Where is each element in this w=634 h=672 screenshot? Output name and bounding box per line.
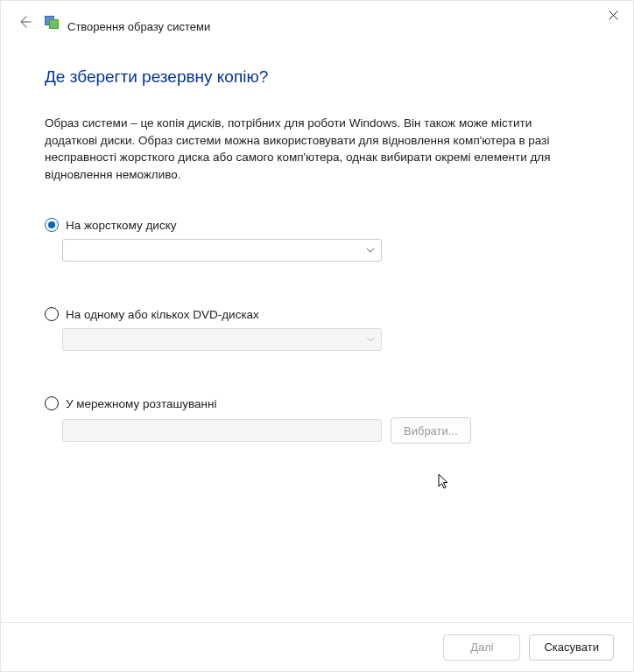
page-description: Образ системи – це копія дисків, потрібн… — [45, 115, 588, 183]
network-path-input — [62, 419, 382, 442]
radio-dvd[interactable] — [45, 307, 59, 321]
hard-disk-select[interactable] — [62, 239, 382, 262]
option-hard-disk: На жорсткому диску — [45, 218, 589, 265]
next-button: Далі — [443, 634, 520, 661]
option-dvd: На одному або кількох DVD-дисках — [45, 307, 589, 354]
option-network: У мережному розташуванні Вибрати... — [45, 396, 589, 444]
radio-hard-disk[interactable] — [45, 218, 59, 232]
window-title: Створення образу системи — [67, 20, 210, 33]
titlebar: Створення образу системи — [1, 1, 633, 43]
browse-button: Вибрати... — [391, 417, 471, 444]
content-area: Де зберегти резервну копію? Образ систем… — [1, 43, 633, 444]
system-image-icon — [45, 14, 60, 30]
radio-network-label[interactable]: У мережному розташуванні — [66, 397, 217, 410]
cancel-button[interactable]: Скасувати — [529, 634, 614, 661]
dvd-select — [62, 328, 382, 351]
radio-dvd-label[interactable]: На одному або кількох DVD-дисках — [66, 308, 259, 321]
footer: Далі Скасувати — [1, 622, 633, 671]
cursor-icon — [438, 473, 451, 494]
radio-network[interactable] — [45, 396, 59, 410]
page-heading: Де зберегти резервну копію? — [45, 67, 589, 87]
close-button[interactable] — [593, 1, 633, 29]
back-button[interactable] — [11, 9, 38, 35]
radio-hard-disk-label[interactable]: На жорсткому диску — [66, 219, 176, 232]
